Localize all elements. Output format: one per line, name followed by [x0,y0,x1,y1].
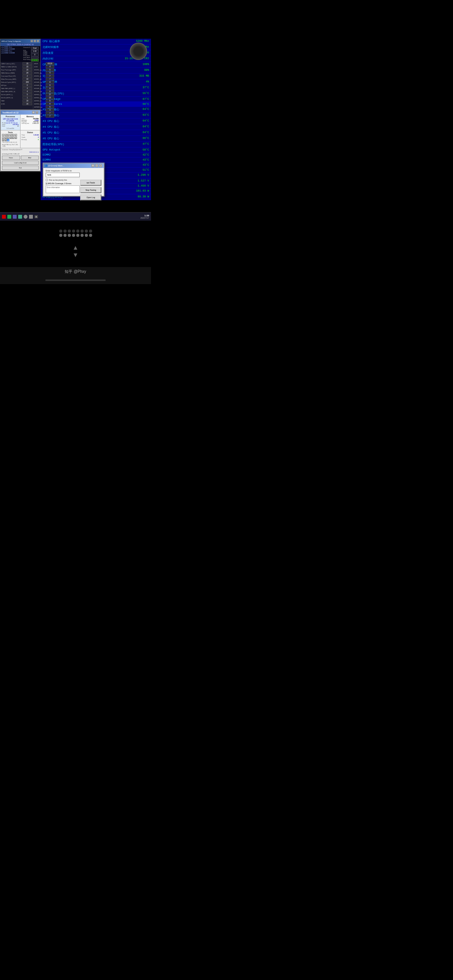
taskbar-system-icon-1[interactable] [2,215,6,219]
hw-value-core2: 63°C [142,113,149,117]
asrock-maximize-btn[interactable]: □ [34,40,36,42]
testmem-dialog: 🔵 [0 Errors] Mem... _ □ × Enter megabyte… [43,163,105,197]
up-arrow-icon[interactable]: ▲ [72,245,79,251]
dialog-error-area: Error information [46,185,80,193]
test-11[interactable]: 11 [12,137,14,139]
nav-arrows[interactable]: ▲ ▼ [72,245,79,258]
taskbar-system-icon-6[interactable] [29,215,33,219]
asrock-window-controls: _ □ × [31,40,39,42]
dialog-body: Enter megabytes of RAM to te Run as low … [43,168,104,196]
home-bar[interactable] [45,279,106,281]
hw-label-mem-timing: 内存计时 [43,57,53,61]
dialog-ram-input[interactable] [46,173,80,177]
footer-text: 知乎 @Phxy [65,269,86,274]
stop-testing-button[interactable]: Stop Testing [80,187,101,193]
taskbar-system-icon-4[interactable] [18,215,22,219]
customize-url: testmem.tz.ru [2,151,39,153]
dialog-titlebar[interactable]: 🔵 [0 Errors] Mem... _ □ × [43,163,104,168]
processor-section-title: Processor [2,115,19,118]
hw-value-cpu-vcore: 1.296 V [138,173,149,177]
cpu-name: 12th Gen Intel Core i5-12600K [2,118,19,122]
hw-value-dimm2: 42°C [142,153,149,156]
hw-row-21: DIMM4 43°C [41,158,151,163]
status-section-title: Status [22,131,39,134]
dialog-restore-btn[interactable]: □ [95,164,98,167]
test-8[interactable]: 8 [5,137,7,139]
hw-row-5: 内存使用率 99% [41,68,151,74]
test-6[interactable]: 6 [15,134,17,136]
asrock-board-header: OG STRIX Z690-A GAMING W [0,43,40,46]
hw-value-gpu-hotspot: 58°C [142,148,149,151]
test-15[interactable]: 15 [7,139,9,141]
taskbar-system-icon-2[interactable] [7,215,11,219]
hw-row-18: 图形处理器(GPU) 47°C [41,142,151,147]
testmem-close-btn[interactable]: × [36,111,38,114]
home-indicator-bar[interactable] [0,276,151,284]
hw-value-mobo: 37°C [142,86,149,90]
test-10[interactable]: 10 [10,137,12,139]
asrock-titlebar[interactable]: ASRock Timing Configurator _ □ × [0,39,40,43]
hw-label-mem-speed: 存取速度 [43,51,53,55]
taskbar-system-icon-3[interactable] [13,215,17,219]
hw-row-4: CPU 使用率 100% [41,62,151,68]
hw-value-cpu-temp: 55°C [142,92,149,96]
keyboard-icon[interactable] [59,230,92,237]
dialog-priority-checkbox[interactable] [46,179,48,181]
hw-row-9: 中央处理器(CPU) 55°C [41,91,151,97]
hw-label-fsb: 北桥时钟频率 [43,45,59,49]
exit-button[interactable]: Exit [2,166,39,170]
home-button[interactable]: Home [2,156,20,160]
test-desc-text: Simple Memory Test*, 256, 1.3Gb [2,144,19,147]
hw-value-nvme1: 43°C [142,163,149,166]
dialog-minimize-btn[interactable]: _ [91,164,94,167]
hw-value-vccsa: 1.456 V [138,184,149,187]
screenshot-area: ASRock Timing Configurator _ □ × OG STRI… [0,39,151,221]
hw-value-gpu-usage: 4% [146,80,149,84]
test-9[interactable]: 9 [7,137,9,139]
testmem-minimize-btn[interactable]: _ [32,111,35,114]
dialog-coverage-text: [\] 945.6% Coverage, 0 Errors [46,182,80,185]
test-12[interactable]: 12 [15,137,17,139]
asrock-window: ASRock Timing Configurator _ □ × OG STRI… [0,39,41,110]
asrock-close-btn[interactable]: × [37,40,39,42]
asrock-minimize-btn[interactable]: _ [31,40,33,42]
hw-row-13: #2 CPU 核心 63°C [41,113,151,118]
test-4[interactable]: 4 [10,134,12,136]
dialog-close-btn[interactable]: × [99,164,102,167]
load-config-button[interactable]: Load config & exit [2,161,39,165]
test-2[interactable]: 2 [5,134,7,136]
hw-value-mem-usage: 99% [144,69,149,72]
dialog-checkbox-row: Run as low priority thre [46,179,80,181]
hw-value-gpu-temp: 47°C [142,142,149,146]
hw-row-10: CPU Package 67°C [41,97,151,102]
footer-bar: 知乎 @Phxy [0,267,151,276]
hw-value-dimm4: 43°C [142,158,149,161]
test-1[interactable]: 1 [2,134,4,136]
test-5[interactable]: 5 [12,134,14,136]
test-3[interactable]: 3 [7,134,9,136]
testmem-titlebar[interactable]: TestMem5 v0.12 _ × [1,110,40,115]
hw-value-cpu-ia: 66°C [142,103,149,106]
test-13[interactable]: 13 [2,139,4,141]
customize-text: Customize: HeavySopt @anta777 [2,149,39,151]
taskbar-system-icon-5[interactable] [24,215,27,219]
hw-label-core5: #5 CPU 核心 [43,131,59,135]
camera-circle [130,43,147,60]
test-14[interactable]: 14 [5,139,7,141]
bottom-black: ▲ ▼ [0,221,151,267]
hw-value-core6: 66°C [142,137,149,140]
mail-button[interactable]: Mail [21,156,39,160]
test-7[interactable]: 7 [2,137,4,139]
hw-value-power2: 89.38 W [138,195,149,199]
hw-value-power1: 101.03 W [136,189,149,193]
hw-value-cpu-usage: 100% [142,63,149,67]
hw-label-gpu-hotspot: GPU Hotspot [43,148,60,151]
hw-row-7: GPU 使用率 4% [41,79,151,85]
taskbar-lang-icon[interactable]: 英 [34,215,38,218]
down-arrow-icon[interactable]: ▼ [72,252,79,258]
start-testing-button[interactable]: tart Testin [80,180,101,186]
hw-row-6: 可用内存 315 MB [41,74,151,79]
open-log-button[interactable]: Open Log [80,194,101,200]
hw-value-core5: 64°C [142,131,149,135]
hw-row-11: CPU IA Cores 66°C [41,102,151,107]
